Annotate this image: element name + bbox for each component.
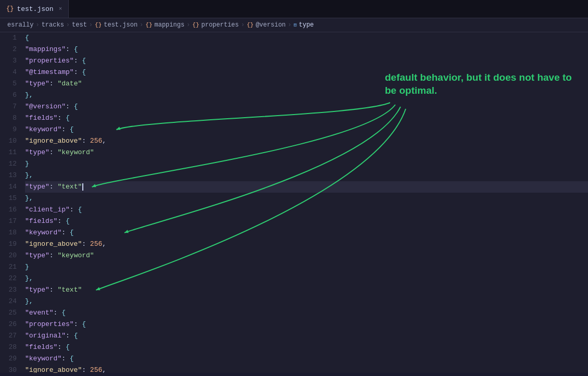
line-number: 11 [4, 147, 17, 158]
code-line: "ignore_above": 256, [25, 239, 588, 250]
line-number: 8 [4, 112, 17, 124]
code-line: "fields": { [25, 342, 588, 353]
breadcrumb-sep-3: › [89, 21, 93, 29]
breadcrumb-properties[interactable]: properties [202, 21, 239, 29]
line-number: 4 [4, 67, 17, 78]
line-number: 17 [4, 216, 17, 227]
breadcrumb: esrally › tracks › test › {} test.json ›… [0, 18, 588, 32]
code-line: }, [25, 193, 588, 204]
code-line: "fields": { [25, 112, 588, 124]
breadcrumb-sep-2: › [66, 21, 70, 29]
code-line: }, [25, 296, 588, 307]
code-line: "keyword": { [25, 227, 588, 239]
code-line: "properties": { [25, 55, 588, 67]
code-line: "@version": { [25, 101, 588, 112]
code-line: "properties": { [25, 319, 588, 330]
tab-bar: {} test.json × [0, 0, 588, 18]
line-number: 18 [4, 227, 17, 239]
tab-file-icon: {} [6, 5, 14, 12]
code-line: "ignore_above": 256, [25, 365, 588, 373]
breadcrumb-tracks[interactable]: tracks [42, 21, 64, 29]
line-number: 2 [4, 44, 17, 55]
breadcrumb-mappings-icon: {} [145, 22, 152, 28]
breadcrumb-type[interactable]: type [299, 21, 314, 29]
line-number: 13 [4, 170, 17, 181]
code-line: "type": "date" [25, 78, 588, 90]
code-line: "mappings": { [25, 44, 588, 55]
line-number: 12 [4, 158, 17, 170]
code-line: "ignore_above": 256, [25, 135, 588, 147]
code-line: }, [25, 170, 588, 181]
breadcrumb-sep-5: › [186, 21, 190, 29]
tab-label: test.json [17, 5, 53, 13]
code-line: "event": { [25, 307, 588, 319]
code-line: "keyword": { [25, 353, 588, 365]
line-number: 3 [4, 55, 17, 67]
line-number: 10 [4, 135, 17, 147]
code-line: "client_ip": { [25, 204, 588, 216]
code-area[interactable]: { "mappings": { "properties": { "@timest… [23, 32, 588, 373]
code-line: }, [25, 90, 588, 101]
line-number: 24 [4, 296, 17, 307]
line-number: 9 [4, 124, 17, 135]
breadcrumb-type-icon: ⊞ [294, 22, 297, 28]
line-number: 27 [4, 330, 17, 342]
line-number: 6 [4, 90, 17, 101]
breadcrumb-esrally[interactable]: esrally [7, 21, 33, 29]
line-number: 14 [4, 181, 17, 193]
breadcrumb-properties-icon: {} [192, 22, 199, 28]
breadcrumb-mappings[interactable]: mappings [154, 21, 184, 29]
breadcrumb-testjson[interactable]: test.json [104, 21, 137, 29]
line-number: 19 [4, 239, 17, 250]
line-number: 16 [4, 204, 17, 216]
code-line: "type": "text" [25, 284, 588, 296]
line-number: 7 [4, 101, 17, 112]
breadcrumb-sep-6: › [241, 21, 245, 29]
breadcrumb-version[interactable]: @version [256, 21, 286, 29]
breadcrumb-test[interactable]: test [72, 21, 87, 29]
line-number: 5 [4, 78, 17, 90]
editor: 1234567891011121314151617181920212223242… [0, 32, 588, 373]
breadcrumb-sep-1: › [35, 21, 39, 29]
line-number: 22 [4, 273, 17, 284]
code-line: "keyword": { [25, 124, 588, 135]
tab-test-json[interactable]: {} test.json × [0, 0, 69, 18]
line-number: 26 [4, 319, 17, 330]
line-number: 15 [4, 193, 17, 204]
code-line: "fields": { [25, 216, 588, 227]
code-line: { [25, 32, 588, 44]
code-line: "original": { [25, 330, 588, 342]
code-line: "@timestamp": { [25, 67, 588, 78]
code-line: } [25, 158, 588, 170]
line-number: 21 [4, 261, 17, 273]
line-numbers: 1234567891011121314151617181920212223242… [0, 32, 23, 373]
line-number: 1 [4, 32, 17, 44]
breadcrumb-file-icon: {} [95, 22, 102, 28]
code-line: "type": "keyword" [25, 147, 588, 158]
breadcrumb-sep-7: › [288, 21, 292, 29]
breadcrumb-version-icon: {} [247, 22, 254, 28]
line-number: 20 [4, 250, 17, 261]
line-number: 29 [4, 353, 17, 365]
line-number: 23 [4, 284, 17, 296]
line-number: 30 [4, 365, 17, 373]
code-line: }, [25, 273, 588, 284]
code-line: "type": "text" [25, 181, 588, 193]
line-number: 25 [4, 307, 17, 319]
code-line: "type": "keyword" [25, 250, 588, 261]
line-number: 28 [4, 342, 17, 353]
code-line: } [25, 261, 588, 273]
tab-close-button[interactable]: × [59, 6, 62, 12]
breadcrumb-sep-4: › [140, 21, 143, 29]
